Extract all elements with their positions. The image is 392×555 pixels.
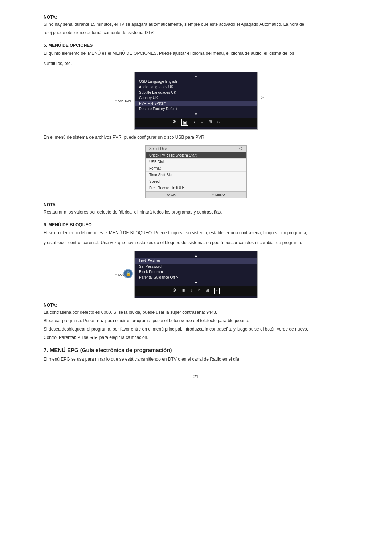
gear-icon: ⚙ [172,119,176,126]
pvr-menu-button: ↩ MENU [212,193,225,197]
music-icon: ♪ [193,119,196,126]
options-menu-row-3: Subtitle Languages UK [135,90,257,95]
nota-1-line1: Si no hay señal durante 15 minutos, el T… [44,21,348,28]
options-menu-row-5: PVR File System [135,101,257,106]
lock-tv-menu-box: ▲ Lock System Set Password Block Program… [134,251,258,298]
options-menu-arrow-down: ▼ [135,112,257,116]
nota-3-line3: Si desea desbloquear el programa, por fa… [44,326,348,333]
options-menu-row-2: Audio Languages UK [135,84,257,90]
nota-3-line1: La contraseña por defecto es 0000. Si se… [44,309,348,316]
section-5-desc2: subtítulos, etc. [44,60,348,67]
pvr-ok-button: ⊙ OK [167,193,176,197]
lock-menu-row-1: Lock System [135,258,257,264]
options-menu-icons: ⚙ ▣ ♪ ○ ⊞ ⌂ [135,118,257,127]
nota-2-text: Restaurar a los valores por defecto de f… [44,209,348,216]
lock-decorative-icon: 🔒 [123,269,133,278]
pvr-row-speed: Speed [146,178,246,185]
pvr-row-freelimit: Free Record Limit 8 Hr. [146,185,246,191]
section-5-desc1: El quinto elemento del MENÚ es el MENÚ D… [44,50,348,57]
section-7-title: 7. MENÚ EPG (Guía electrónica de program… [44,347,348,353]
pvr-menu-box: Select Disk C: Check PVR File System Sta… [145,145,247,198]
options-menu-image: < OPTION ▲ OSD Language English Audio La… [44,72,348,130]
pvr-row-timeshift: Time Shift Size [146,172,246,178]
pvr-row-check: Check PVR File System Start [146,152,246,159]
section-7-desc: El menú EPG se usa para mirar lo que se … [44,356,348,363]
screen-icon: ▣ [181,119,188,126]
circle-icon: ○ [201,119,203,126]
pvr-row-format: Format [146,165,246,172]
house-icon: ⌂ [217,119,220,126]
lock-menu-arrow-up: ▲ [135,254,257,258]
nota-1-label: NOTA: [44,15,348,20]
lock-gear-icon: ⚙ [172,288,176,294]
nota-2-label: NOTA: [44,202,348,207]
lock-menu-arrow-down: ▼ [135,281,257,285]
pvr-row-usb: USB Disk [146,159,246,165]
lock-menu-icons: ⚙ ▣ ♪ ○ ⊞ ⌂ [135,286,257,296]
grid-icon: ⊞ [208,119,212,126]
lock-menu-row-2: Set Password [135,264,257,269]
lock-menu-row-3: Block Program [135,269,257,275]
options-menu-row-1: OSD Language English [135,79,257,84]
lock-menu-image: < LOCK ▲ Lock System Set Password Block … [44,251,348,298]
options-menu-arrow-up: ▲ [135,74,257,78]
section-6-title: 6. MENÚ DE BLOQUEO [44,222,348,227]
pvr-desc: En el menú de sistema de archivos PVR, p… [44,134,348,141]
nota-1-line2: reloj puede obtenerse automáticamente de… [44,29,348,36]
pvr-select-disk-label: Select Disk [149,147,167,151]
lock-screen-icon: ▣ [181,288,185,294]
lock-music-icon: ♪ [191,288,193,294]
pvr-menu-image: Select Disk C: Check PVR File System Sta… [44,145,348,198]
lock-circle-icon: ○ [198,288,200,294]
lock-house-icon: ⌂ [214,288,220,294]
lock-menu-row-4: Parental Guidance Off > [135,275,257,280]
nota-3-line2: Bloquear programa: Pulse ▼▲ para elegir … [44,317,348,324]
section-6-desc2: y establecer control parental. Una vez q… [44,239,348,246]
options-menu-right-arrow: > [261,95,264,100]
page-number: 21 [44,374,348,379]
lock-grid-icon: ⊞ [205,288,209,294]
section-6-desc1: El sexto elemento del menú es el MENÚ DE… [44,230,348,236]
options-menu-row-6: Restore Factory Default [135,106,257,112]
options-tv-menu-box: ▲ OSD Language English Audio Languages U… [134,72,258,130]
pvr-menu-header-row: Select Disk C: [146,146,246,152]
nota-3-label: NOTA: [44,303,348,308]
pvr-select-disk-value: C: [239,147,243,151]
options-menu-row-4: Country UK [135,95,257,101]
section-5-title: 5. MENÚ DE OPCIONES [44,43,348,48]
options-menu-left-label: < OPTION [115,99,131,102]
nota-3-line4: Control Parental: Pulse ◄► para elegir l… [44,334,348,341]
pvr-menu-footer: ⊙ OK ↩ MENU [146,191,246,198]
